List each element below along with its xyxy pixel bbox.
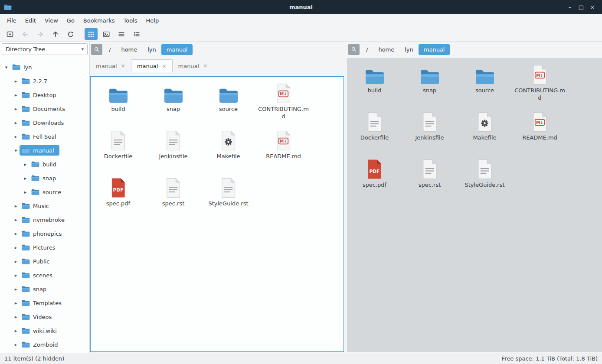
spec.pdf[interactable]: PDF spec.pdf bbox=[91, 175, 146, 222]
StyleGuide.rst[interactable]: StyleGuide.rst bbox=[201, 175, 256, 222]
tree-item[interactable]: ▸ Zomboid bbox=[0, 338, 89, 351]
expander-icon[interactable]: ▸ bbox=[12, 78, 20, 84]
expander-icon[interactable]: ▸ bbox=[12, 134, 20, 140]
tree-item[interactable]: ▸ Desktop bbox=[0, 88, 89, 102]
snap[interactable]: snap bbox=[402, 62, 457, 109]
tree-item[interactable]: ▸ wiki.wiki bbox=[0, 324, 89, 338]
tab-close-button[interactable]: × bbox=[162, 63, 166, 69]
tab-manual[interactable]: manual × bbox=[173, 59, 213, 72]
spec.rst[interactable]: spec.rst bbox=[146, 175, 201, 222]
expander-icon[interactable]: ▸ bbox=[12, 120, 20, 126]
breadcrumb-item[interactable]: lyn bbox=[142, 44, 161, 55]
expander-icon[interactable]: ▸ bbox=[12, 217, 20, 223]
tree-item[interactable]: ▾ manual bbox=[0, 143, 89, 157]
directory-tree[interactable]: ▾ lyn ▸ 2.2.7 ▸ bbox=[0, 60, 89, 353]
expander-icon[interactable]: ▸ bbox=[12, 203, 20, 209]
tree-item[interactable]: ▸ nvmebroke bbox=[0, 213, 89, 227]
filter-button[interactable] bbox=[91, 44, 102, 55]
build[interactable]: build bbox=[91, 80, 146, 127]
tab-manual[interactable]: manual × bbox=[90, 59, 131, 72]
Jenkinsfile[interactable]: Jenkinsfile bbox=[402, 109, 457, 156]
tree-item[interactable]: ▸ Videos bbox=[0, 310, 89, 324]
maximize-button[interactable]: □ bbox=[576, 4, 586, 10]
minimize-button[interactable]: – bbox=[565, 4, 575, 10]
CONTRIBUTING.md[interactable]: M↓ CONTRIBUTING.md bbox=[256, 80, 311, 127]
expander-icon[interactable]: ▸ bbox=[12, 300, 20, 306]
Makefile[interactable]: Makefile bbox=[457, 109, 512, 156]
menu-item[interactable]: Go bbox=[62, 16, 79, 26]
expander-icon[interactable]: ▸ bbox=[12, 342, 20, 348]
Makefile[interactable]: Makefile bbox=[201, 127, 256, 175]
tab-close-button[interactable]: × bbox=[203, 63, 207, 69]
build[interactable]: build bbox=[347, 62, 402, 109]
breadcrumb-item[interactable]: manual bbox=[161, 44, 193, 55]
up-button[interactable] bbox=[49, 28, 62, 40]
CONTRIBUTING.md[interactable]: M↓ CONTRIBUTING.md bbox=[512, 62, 567, 109]
sidebar-mode-select[interactable]: Directory Tree ▾ bbox=[2, 43, 88, 55]
Dockerfile[interactable]: Dockerfile bbox=[91, 127, 146, 175]
expander-icon[interactable]: ▸ bbox=[12, 273, 20, 278]
new-tab-button[interactable] bbox=[3, 28, 16, 40]
menu-item[interactable]: Edit bbox=[21, 16, 40, 26]
README.md[interactable]: M↓ README.md bbox=[512, 109, 567, 156]
menu-item[interactable]: Help bbox=[142, 16, 164, 26]
tree-item[interactable]: ▸ Downloads bbox=[0, 116, 89, 130]
source[interactable]: source bbox=[201, 80, 256, 127]
tree-item[interactable]: ▸ Music bbox=[0, 199, 89, 213]
breadcrumb-item[interactable]: home bbox=[116, 44, 142, 55]
tree-item[interactable]: ▸ source bbox=[0, 185, 89, 199]
tree-item[interactable]: ▸ snap bbox=[0, 282, 89, 296]
refresh-button[interactable] bbox=[64, 28, 77, 40]
back-button[interactable] bbox=[19, 28, 32, 40]
expander-icon[interactable]: ▸ bbox=[12, 286, 20, 292]
close-button[interactable]: × bbox=[587, 4, 598, 10]
expander-icon[interactable]: ▸ bbox=[12, 92, 20, 98]
expander-icon[interactable]: ▾ bbox=[12, 148, 20, 153]
tree-item[interactable]: ▸ phonepics bbox=[0, 227, 89, 240]
breadcrumb-item[interactable]: manual bbox=[419, 44, 450, 55]
tree-item[interactable]: ▸ snap bbox=[0, 171, 89, 185]
detailed-view-button[interactable] bbox=[130, 28, 143, 40]
right-file-view[interactable]: build snap source M↓ CONTRIBUTING.md Doc… bbox=[347, 58, 602, 352]
breadcrumb-item[interactable]: home bbox=[373, 44, 399, 55]
expander-icon[interactable]: ▸ bbox=[12, 314, 20, 320]
tree-item[interactable]: ▸ Documents bbox=[0, 102, 89, 116]
breadcrumb-item[interactable]: / bbox=[104, 44, 116, 55]
expander-icon[interactable]: ▸ bbox=[12, 106, 20, 112]
tab-manual[interactable]: manual × bbox=[131, 59, 173, 72]
compact-view-button[interactable] bbox=[115, 28, 128, 40]
Dockerfile[interactable]: Dockerfile bbox=[347, 109, 402, 156]
tree-item[interactable]: ▸ Templates bbox=[0, 296, 89, 310]
thumbnail-view-button[interactable] bbox=[100, 28, 113, 40]
breadcrumb-item[interactable]: / bbox=[361, 44, 373, 55]
Jenkinsfile[interactable]: Jenkinsfile bbox=[146, 127, 201, 175]
spec.pdf[interactable]: PDF spec.pdf bbox=[347, 156, 402, 203]
tree-item[interactable]: ▸ Fell Seal bbox=[0, 130, 89, 143]
source[interactable]: source bbox=[457, 62, 512, 109]
menu-item[interactable]: File bbox=[3, 16, 21, 26]
expander-icon[interactable]: ▸ bbox=[22, 162, 29, 167]
tab-close-button[interactable]: × bbox=[121, 63, 125, 69]
titlebar[interactable]: manual – □ × bbox=[0, 0, 602, 14]
menu-item[interactable]: Tools bbox=[119, 16, 141, 26]
tree-item[interactable]: ▸ build bbox=[0, 157, 89, 171]
expander-icon[interactable]: ▸ bbox=[22, 189, 29, 195]
expander-icon[interactable]: ▸ bbox=[12, 328, 20, 334]
left-file-view[interactable]: build snap source M↓ CONTRIBUTING.md Doc… bbox=[90, 76, 344, 352]
spec.rst[interactable]: spec.rst bbox=[402, 156, 457, 203]
tree-item[interactable]: ▸ Public bbox=[0, 254, 89, 268]
icon-view-button[interactable] bbox=[85, 28, 98, 40]
tree-item[interactable]: ▾ lyn bbox=[0, 60, 89, 74]
StyleGuide.rst[interactable]: StyleGuide.rst bbox=[457, 156, 512, 203]
filter-button[interactable] bbox=[348, 44, 360, 55]
README.md[interactable]: M↓ README.md bbox=[256, 127, 311, 175]
expander-icon[interactable]: ▾ bbox=[3, 65, 10, 70]
menu-item[interactable]: Bookmarks bbox=[79, 16, 119, 26]
menu-item[interactable]: View bbox=[40, 16, 62, 26]
snap[interactable]: snap bbox=[146, 80, 201, 127]
expander-icon[interactable]: ▸ bbox=[12, 245, 20, 250]
expander-icon[interactable]: ▸ bbox=[22, 176, 29, 181]
tree-item[interactable]: ▸ scenes bbox=[0, 268, 89, 282]
breadcrumb-item[interactable]: lyn bbox=[399, 44, 419, 55]
expander-icon[interactable]: ▸ bbox=[12, 259, 20, 264]
